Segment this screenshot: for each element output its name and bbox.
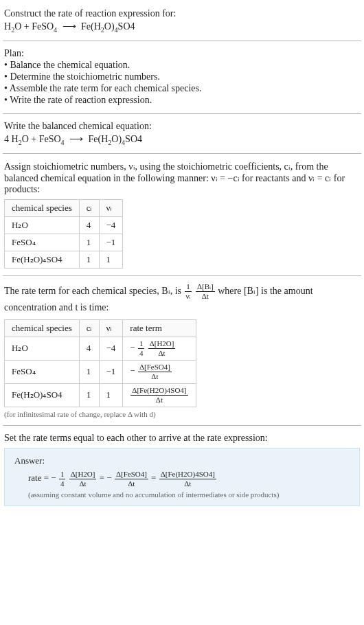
plan-item: • Write the rate of reaction expression. [4,95,360,106]
divider [3,153,361,154]
table-row: Fe(H₂O)₄SO4 1 1 [5,251,123,268]
divider [3,275,361,276]
plan-title: Plan: [4,48,360,59]
neg-sign: − [51,473,56,483]
plan-section: Plan: • Balance the chemical equation. •… [3,44,361,111]
frac-den: 4 [59,479,66,488]
table-row: FeSO₄ 1 −1 [5,234,123,251]
frac-num: Δ[FeSO4] [115,470,148,479]
cell-c: 1 [79,383,99,407]
stoich-table: chemical species cᵢ νᵢ H₂O 4 −4 FeSO₄ 1 … [4,199,123,269]
table-header-row: chemical species cᵢ νᵢ [5,199,123,216]
frac-den: νᵢ [185,292,192,300]
cell-c: 1 [79,251,99,268]
eq-text: O) [104,21,115,32]
frac-num: Δ[Fe(H2O)4SO4] [130,387,187,396]
prompt-equation: H2O + FeSO4 ⟶ Fe(H2O)4SO4 [4,21,360,34]
cell-c: 1 [79,360,99,383]
fraction: Δ[H2O]Δt [148,340,176,357]
cell-rate: − Δ[FeSO4]Δt [123,360,196,383]
frac-den: 4 [138,349,145,357]
divider [3,425,361,426]
eq-text: O + FeSO [14,21,54,32]
col-vi: νᵢ [99,199,123,216]
frac-den: Δt [196,292,215,300]
fraction: Δ[FeSO4]Δt [138,363,172,380]
eq-text: Fe(H [81,21,101,32]
setequal-section: Set the rate terms equal to each other t… [3,429,361,510]
divider [3,113,361,114]
rateterm-section: The rate term for each chemical species,… [3,279,361,422]
frac-den: Δt [69,479,97,488]
frac-den: Δt [115,479,148,488]
rateterm-note: (for infinitesimal rate of change, repla… [4,410,360,418]
balanced-section: Write the balanced chemical equation: 4 … [3,117,361,150]
table-row: H₂O 4 −4 [5,216,123,234]
frac-den: Δt [138,372,172,380]
balanced-title: Write the balanced chemical equation: [4,121,360,132]
col-species: chemical species [5,319,80,337]
cell-species: Fe(H₂O)₄SO4 [5,383,80,407]
prompt-text: Construct the rate of reaction expressio… [4,8,360,19]
arrow-icon: ⟶ [60,21,79,32]
frac-num: Δ[H2O] [69,470,97,479]
frac-num: Δ[Bᵢ] [196,283,215,292]
frac-num: Δ[FeSO4] [138,363,172,372]
cell-species: H₂O [5,216,80,234]
fraction: Δ[Bᵢ]Δt [196,283,215,300]
eq-coef: 4 [4,134,12,144]
fraction: 1νᵢ [185,283,192,300]
rateterm-text: The rate term for each chemical species,… [4,283,360,315]
cell-species: H₂O [5,337,80,360]
eq-text: H [4,21,11,32]
setequal-text: Set the rate terms equal to each other t… [4,433,360,444]
fraction: 14 [138,340,145,357]
fraction: Δ[H2O]Δt [69,470,97,488]
neg-sign: − [130,365,135,376]
frac-num: Δ[Fe(H2O)4SO4] [159,470,216,479]
cell-c: 4 [79,337,99,360]
table-header-row: chemical species cᵢ νᵢ rate term [5,319,196,337]
eq-text: SO4 [125,134,142,144]
col-rate: rate term [123,319,196,337]
frac-den: Δt [159,479,216,488]
cell-rate: − 14 Δ[H2O]Δt [123,337,196,360]
frac-num: 1 [59,470,66,479]
eq-sub: 4 [61,139,65,146]
col-ci: cᵢ [79,319,99,337]
cell-v: 1 [99,251,123,268]
cell-v: −4 [99,337,123,360]
arrow-icon: ⟶ [67,134,86,144]
eq-text: SO4 [118,21,135,32]
answer-box: Answer: rate = − 14 Δ[H2O]Δt = − Δ[FeSO4… [4,448,360,506]
col-vi: νᵢ [99,319,123,337]
cell-species: FeSO₄ [5,234,80,251]
equals: = [100,473,107,483]
eq-text: Fe(H [89,134,109,144]
answer-expression: rate = − 14 Δ[H2O]Δt = − Δ[FeSO4]Δt = Δ[… [14,470,350,488]
frac-den: Δt [148,349,176,357]
stoich-text: Assign stoichiometric numbers, νᵢ, using… [4,161,360,195]
cell-rate: Δ[Fe(H2O)4SO4]Δt [123,383,196,407]
cell-species: Fe(H₂O)₄SO4 [5,251,80,268]
frac-den: Δt [130,396,187,404]
cell-v: −4 [99,216,123,234]
plan-item: • Assemble the rate term for each chemic… [4,83,360,94]
cell-c: 1 [79,234,99,251]
eq-text: O + FeSO [22,134,61,144]
neg-sign: − [106,473,111,483]
frac-num: 1 [138,340,145,349]
balanced-equation: 4 H2O + FeSO4 ⟶ Fe(H2O)4SO4 [4,133,360,146]
eq-text: O) [111,134,122,144]
fraction: Δ[FeSO4]Δt [115,470,148,488]
text: The rate term for each chemical species,… [4,285,184,295]
cell-c: 4 [79,216,99,234]
rateterm-table: chemical species cᵢ νᵢ rate term H₂O 4 −… [4,319,196,407]
cell-v: 1 [99,383,123,407]
stoich-section: Assign stoichiometric numbers, νᵢ, using… [3,157,361,273]
frac-num: 1 [185,283,192,292]
neg-sign: − [130,342,135,352]
equals: = [151,473,159,483]
eq-text: H [12,134,19,144]
prompt-section: Construct the rate of reaction expressio… [3,4,361,38]
